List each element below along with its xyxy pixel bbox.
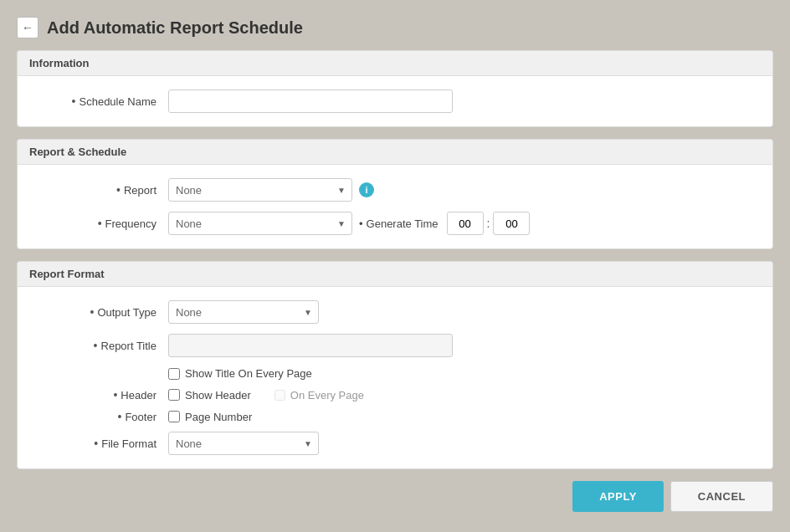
page-number-checkbox-label[interactable]: Page Number — [168, 411, 252, 423]
information-section: Information • Schedule Name — [17, 50, 773, 127]
on-every-page-checkbox — [274, 390, 285, 401]
required-dot-file-format: • — [94, 437, 98, 450]
report-label: Report — [124, 184, 156, 197]
generate-time-label: Generate Time — [367, 217, 439, 230]
output-type-select-wrapper: None ▼ — [168, 300, 319, 324]
back-icon: ← — [22, 21, 33, 34]
schedule-name-input[interactable] — [168, 90, 453, 113]
time-separator: : — [487, 217, 490, 230]
report-schedule-section: Report & Schedule • Report None ▼ i — [17, 139, 773, 249]
apply-button[interactable]: APPLY — [572, 481, 664, 512]
show-title-checkbox-label[interactable]: Show Title On Every Page — [168, 367, 312, 380]
back-button[interactable]: ← — [17, 17, 38, 38]
report-info-icon[interactable]: i — [359, 182, 374, 197]
show-title-checkbox[interactable] — [168, 368, 180, 380]
frequency-label: Frequency — [105, 217, 156, 230]
generate-time-group: • Generate Time : — [359, 212, 530, 235]
footer-actions: APPLY CANCEL — [17, 481, 773, 512]
required-dot-title: • — [94, 339, 98, 352]
output-type-row: • Output Type None ▼ — [34, 300, 756, 324]
file-format-select[interactable]: None — [168, 432, 319, 455]
page-number-checkbox[interactable] — [168, 411, 180, 422]
header-label: Header — [121, 389, 156, 402]
header-row: • Header Show Header On Every Page — [34, 388, 756, 402]
time-minute-input[interactable] — [493, 212, 530, 235]
report-row: • Report None ▼ i — [34, 178, 756, 202]
show-header-label: Show Header — [185, 389, 251, 402]
required-dot-time: • — [359, 217, 363, 230]
file-format-row: • File Format None ▼ — [34, 432, 756, 455]
required-dot-frequency: • — [98, 217, 102, 230]
page-number-label: Page Number — [185, 411, 252, 423]
schedule-name-label: Schedule Name — [80, 95, 157, 108]
frequency-select-wrapper: None ▼ — [168, 212, 352, 235]
cancel-button[interactable]: CANCEL — [670, 481, 773, 512]
time-hour-input[interactable] — [447, 212, 484, 235]
show-title-row: Show Title On Every Page — [34, 367, 756, 380]
information-header: Information — [18, 51, 772, 76]
required-dot-header: • — [113, 388, 117, 402]
show-header-checkbox[interactable] — [168, 389, 180, 401]
report-schedule-header: Report & Schedule — [18, 140, 772, 165]
file-format-select-wrapper: None ▼ — [168, 432, 319, 455]
frequency-row: • Frequency None ▼ • Generate Time — [34, 212, 756, 235]
show-title-label: Show Title On Every Page — [185, 367, 312, 380]
required-dot-report: • — [116, 183, 121, 197]
footer-row: • Footer Page Number — [34, 410, 756, 423]
show-header-checkbox-label[interactable]: Show Header — [168, 389, 251, 402]
report-format-section: Report Format • Output Type None ▼ — [17, 261, 773, 469]
report-title-label: Report Title — [101, 340, 156, 352]
on-every-page-label: On Every Page — [290, 389, 364, 402]
report-format-header: Report Format — [18, 262, 772, 287]
file-format-label: File Format — [101, 437, 156, 450]
schedule-name-row: • Schedule Name — [34, 90, 756, 113]
report-select-wrapper: None ▼ — [168, 178, 352, 202]
on-every-page-wrapper: On Every Page — [274, 389, 364, 402]
output-type-label: Output Type — [97, 306, 156, 319]
report-title-input[interactable] — [168, 334, 453, 357]
required-dot-output: • — [90, 305, 95, 319]
required-dot-footer: • — [118, 410, 122, 423]
required-dot: • — [72, 95, 76, 108]
output-type-select[interactable]: None — [168, 300, 319, 324]
page-title: Add Automatic Report Schedule — [47, 18, 303, 38]
report-title-row: • Report Title — [34, 334, 756, 357]
footer-label: Footer — [125, 411, 156, 423]
frequency-select[interactable]: None — [168, 212, 352, 235]
report-select[interactable]: None — [168, 178, 352, 202]
